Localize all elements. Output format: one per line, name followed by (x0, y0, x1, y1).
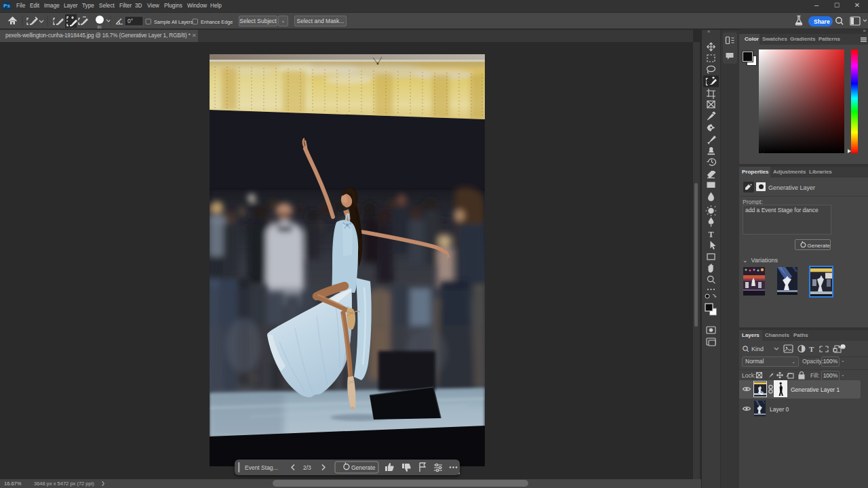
svg-text:0°: 0° (127, 18, 133, 24)
svg-text:Share: Share (814, 18, 830, 25)
svg-text:Enhance Edge: Enhance Edge (201, 19, 233, 25)
svg-text:Generate: Generate (808, 243, 831, 249)
svg-text:Kind: Kind (751, 346, 764, 352)
svg-text:30: 30 (97, 25, 102, 29)
svg-text:T: T (809, 345, 814, 353)
svg-text:T: T (709, 230, 714, 239)
svg-text:Generate: Generate (351, 464, 376, 471)
svg-text:Sample All Layers: Sample All Layers (154, 19, 193, 25)
svg-text:2/3: 2/3 (303, 464, 311, 471)
